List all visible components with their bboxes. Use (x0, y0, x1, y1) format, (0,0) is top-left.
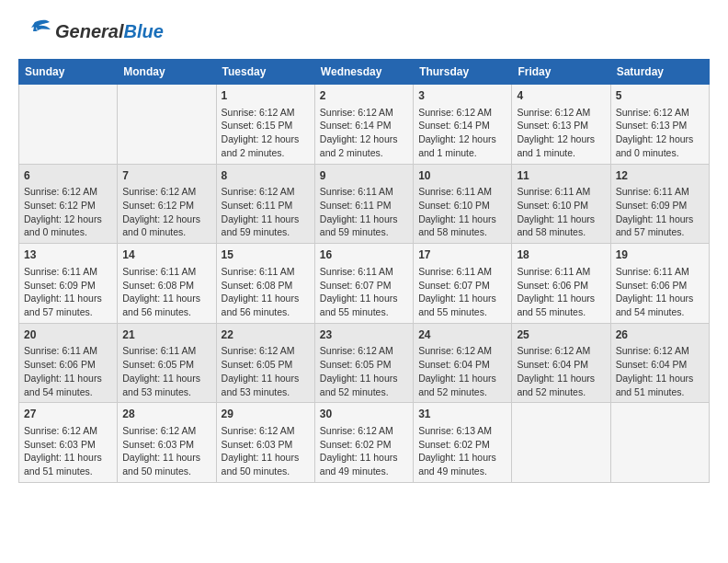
calendar-cell (512, 403, 610, 483)
calendar-cell: 31Sunrise: 6:13 AMSunset: 6:02 PMDayligh… (414, 403, 512, 483)
calendar-cell: 25Sunrise: 6:12 AMSunset: 6:04 PMDayligh… (512, 323, 610, 403)
calendar-cell: 29Sunrise: 6:12 AMSunset: 6:03 PMDayligh… (216, 403, 314, 483)
day-number: 18 (517, 247, 605, 263)
calendar-cell: 28Sunrise: 6:12 AMSunset: 6:03 PMDayligh… (118, 403, 216, 483)
calendar-cell: 30Sunrise: 6:12 AMSunset: 6:02 PMDayligh… (314, 403, 413, 483)
page-header: GeneralBlue (18, 18, 710, 44)
col-header-thursday: Thursday (414, 60, 512, 85)
day-number: 3 (418, 88, 506, 104)
day-number: 6 (24, 168, 112, 184)
calendar-cell: 23Sunrise: 6:12 AMSunset: 6:05 PMDayligh… (314, 323, 413, 403)
calendar-cell: 26Sunrise: 6:12 AMSunset: 6:04 PMDayligh… (610, 323, 709, 403)
week-row-1: 1Sunrise: 6:12 AMSunset: 6:15 PMDaylight… (19, 85, 710, 165)
calendar-cell: 22Sunrise: 6:12 AMSunset: 6:05 PMDayligh… (216, 323, 314, 403)
calendar-cell: 17Sunrise: 6:11 AMSunset: 6:07 PMDayligh… (414, 244, 512, 324)
day-number: 27 (24, 407, 112, 422)
day-number: 29 (222, 407, 310, 422)
day-number: 8 (222, 168, 310, 184)
calendar-cell: 6Sunrise: 6:12 AMSunset: 6:12 PMDaylight… (19, 164, 118, 244)
day-number: 28 (122, 407, 210, 422)
calendar-cell: 9Sunrise: 6:11 AMSunset: 6:11 PMDaylight… (314, 164, 413, 244)
day-number: 26 (616, 327, 704, 343)
calendar-cell: 4Sunrise: 6:12 AMSunset: 6:13 PMDaylight… (512, 85, 610, 165)
calendar-cell: 15Sunrise: 6:11 AMSunset: 6:08 PMDayligh… (216, 244, 314, 324)
day-number: 30 (320, 407, 408, 422)
calendar-cell: 3Sunrise: 6:12 AMSunset: 6:14 PMDaylight… (414, 85, 512, 165)
calendar-header-row: SundayMondayTuesdayWednesdayThursdayFrid… (19, 60, 710, 85)
calendar-cell: 20Sunrise: 6:11 AMSunset: 6:06 PMDayligh… (19, 323, 118, 403)
calendar-cell: 7Sunrise: 6:12 AMSunset: 6:12 PMDaylight… (118, 164, 216, 244)
week-row-2: 6Sunrise: 6:12 AMSunset: 6:12 PMDaylight… (19, 164, 710, 244)
col-header-wednesday: Wednesday (314, 60, 413, 85)
calendar-cell: 12Sunrise: 6:11 AMSunset: 6:09 PMDayligh… (610, 164, 709, 244)
calendar-cell: 21Sunrise: 6:11 AMSunset: 6:05 PMDayligh… (118, 323, 216, 403)
day-number: 19 (616, 247, 704, 263)
col-header-saturday: Saturday (610, 60, 709, 85)
day-number: 13 (24, 247, 112, 263)
day-number: 10 (418, 168, 506, 184)
calendar-cell: 19Sunrise: 6:11 AMSunset: 6:06 PMDayligh… (610, 244, 709, 324)
day-number: 24 (418, 327, 506, 343)
day-number: 21 (122, 327, 210, 343)
calendar-cell: 14Sunrise: 6:11 AMSunset: 6:08 PMDayligh… (118, 244, 216, 324)
week-row-3: 13Sunrise: 6:11 AMSunset: 6:09 PMDayligh… (19, 244, 710, 324)
day-number: 11 (517, 168, 605, 184)
week-row-4: 20Sunrise: 6:11 AMSunset: 6:06 PMDayligh… (19, 323, 710, 403)
calendar-cell: 13Sunrise: 6:11 AMSunset: 6:09 PMDayligh… (19, 244, 118, 324)
calendar-cell: 16Sunrise: 6:11 AMSunset: 6:07 PMDayligh… (314, 244, 413, 324)
day-number: 20 (24, 327, 112, 343)
day-number: 22 (222, 327, 310, 343)
day-number: 4 (517, 88, 605, 104)
calendar-cell (118, 85, 216, 165)
calendar-cell: 27Sunrise: 6:12 AMSunset: 6:03 PMDayligh… (19, 403, 118, 483)
day-number: 12 (616, 168, 704, 184)
day-number: 15 (222, 247, 310, 263)
logo: GeneralBlue (18, 18, 164, 44)
calendar-cell: 18Sunrise: 6:11 AMSunset: 6:06 PMDayligh… (512, 244, 610, 324)
day-number: 7 (122, 168, 210, 184)
day-number: 25 (517, 327, 605, 343)
calendar-cell (19, 85, 118, 165)
day-number: 31 (418, 407, 506, 422)
day-number: 1 (222, 88, 310, 104)
calendar-cell: 24Sunrise: 6:12 AMSunset: 6:04 PMDayligh… (414, 323, 512, 403)
week-row-5: 27Sunrise: 6:12 AMSunset: 6:03 PMDayligh… (19, 403, 710, 483)
calendar-cell: 1Sunrise: 6:12 AMSunset: 6:15 PMDaylight… (216, 85, 314, 165)
col-header-sunday: Sunday (19, 60, 118, 85)
calendar-table: SundayMondayTuesdayWednesdayThursdayFrid… (18, 59, 710, 483)
day-number: 14 (122, 247, 210, 263)
day-number: 9 (320, 168, 408, 184)
calendar-cell: 5Sunrise: 6:12 AMSunset: 6:13 PMDaylight… (610, 85, 709, 165)
logo-text: GeneralBlue (55, 21, 164, 42)
col-header-monday: Monday (118, 60, 216, 85)
day-number: 17 (418, 247, 506, 263)
col-header-tuesday: Tuesday (216, 60, 314, 85)
day-number: 5 (616, 88, 704, 104)
calendar-cell: 11Sunrise: 6:11 AMSunset: 6:10 PMDayligh… (512, 164, 610, 244)
logo-bird-icon (18, 18, 51, 44)
calendar-cell: 8Sunrise: 6:12 AMSunset: 6:11 PMDaylight… (216, 164, 314, 244)
day-number: 2 (320, 88, 408, 104)
day-number: 23 (320, 327, 408, 343)
calendar-cell: 2Sunrise: 6:12 AMSunset: 6:14 PMDaylight… (314, 85, 413, 165)
calendar-cell (610, 403, 709, 483)
day-number: 16 (320, 247, 408, 263)
col-header-friday: Friday (512, 60, 610, 85)
calendar-cell: 10Sunrise: 6:11 AMSunset: 6:10 PMDayligh… (414, 164, 512, 244)
